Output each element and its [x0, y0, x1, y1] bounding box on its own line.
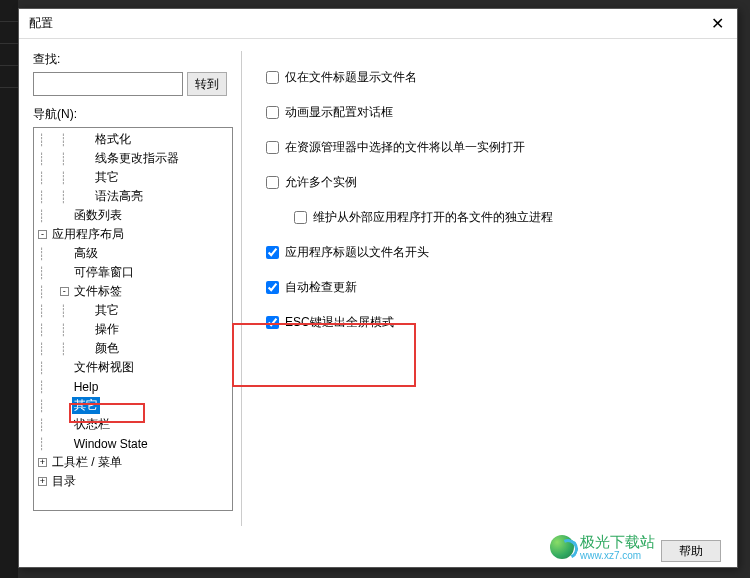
watermark: 极光下载站 www.xz7.com: [550, 533, 655, 561]
tree-item-label: 其它: [93, 302, 121, 319]
tree-item-label: 可停靠窗口: [72, 264, 136, 281]
watermark-url: www.xz7.com: [580, 550, 655, 561]
option-row: 在资源管理器中选择的文件将以单一实例打开: [266, 139, 717, 156]
expand-icon[interactable]: +: [38, 477, 47, 486]
tree-item[interactable]: +工具栏 / 菜单: [34, 453, 232, 472]
search-row: 转到: [33, 72, 233, 96]
tree-indent: ┊ ┊: [38, 342, 81, 356]
tree-item-label: 状态栏: [72, 416, 112, 433]
tree-indent: ┊ ┊: [38, 133, 81, 147]
option-row: ESC键退出全屏模式: [266, 314, 717, 331]
tree-item[interactable]: ┊ 高级: [34, 244, 232, 263]
help-button[interactable]: 帮助: [661, 540, 721, 562]
tree-item-label: 应用程序布局: [50, 226, 126, 243]
tree-indent: ┊: [38, 247, 60, 261]
tree-indent: ┊: [38, 209, 60, 223]
watermark-name: 极光下载站: [580, 533, 655, 550]
option-row: 维护从外部应用程序打开的各文件的独立进程: [294, 209, 717, 226]
tree-indent: ┊ ┊: [38, 304, 81, 318]
tree-item-label: 操作: [93, 321, 121, 338]
option-label: 维护从外部应用程序打开的各文件的独立进程: [313, 209, 553, 226]
option-checkbox[interactable]: [266, 106, 279, 119]
tree-item-label: 文件树视图: [72, 359, 136, 376]
tree-item[interactable]: ┊ Help: [34, 377, 232, 396]
tree-indent: ┊: [38, 380, 60, 394]
tree-indent: ┊ ┊: [38, 323, 81, 337]
tree-item[interactable]: ┊ Window State: [34, 434, 232, 453]
close-button[interactable]: ✕: [697, 10, 737, 38]
tree-indent: ┊ ┊: [38, 190, 81, 204]
tree-indent: ┊: [38, 399, 60, 413]
tree-item-label: 目录: [50, 473, 78, 490]
tree-item-label: 格式化: [93, 131, 133, 148]
tree-item[interactable]: ┊ ┊ 操作: [34, 320, 232, 339]
tree-item-label: 颜色: [93, 340, 121, 357]
tree-item[interactable]: ┊ ┊ 颜色: [34, 339, 232, 358]
left-panel: 查找: 转到 导航(N): ┊ ┊ 格式化┊ ┊ 线条更改指示器┊ ┊ 其它┊ …: [19, 39, 241, 534]
tree-item[interactable]: ┊ -文件标签: [34, 282, 232, 301]
tree-indent: ┊: [38, 418, 60, 432]
tree-indent: ┊ ┊: [38, 152, 81, 166]
option-checkbox[interactable]: [266, 141, 279, 154]
tree-item[interactable]: ┊ 函数列表: [34, 206, 232, 225]
tree-indent: ┊: [38, 437, 60, 451]
tree-item[interactable]: -应用程序布局: [34, 225, 232, 244]
nav-label: 导航(N):: [33, 106, 233, 123]
watermark-logo-icon: [550, 535, 574, 559]
option-label: ESC键退出全屏模式: [285, 314, 394, 331]
option-row: 应用程序标题以文件名开头: [266, 244, 717, 261]
option-label: 在资源管理器中选择的文件将以单一实例打开: [285, 139, 525, 156]
tree-item[interactable]: ┊ 其它: [34, 396, 232, 415]
option-checkbox[interactable]: [266, 246, 279, 259]
config-dialog: 配置 ✕ 查找: 转到 导航(N): ┊ ┊ 格式化┊ ┊ 线条更改指示器┊ ┊…: [18, 8, 738, 568]
dialog-title: 配置: [29, 15, 53, 32]
option-row: 允许多个实例: [266, 174, 717, 191]
search-input[interactable]: [33, 72, 183, 96]
close-icon: ✕: [711, 14, 724, 33]
tree-item[interactable]: ┊ ┊ 其它: [34, 168, 232, 187]
tree-item-label: Window State: [72, 437, 150, 451]
tree-indent: ┊: [38, 266, 60, 280]
tree-item[interactable]: ┊ ┊ 线条更改指示器: [34, 149, 232, 168]
option-checkbox[interactable]: [266, 281, 279, 294]
option-label: 允许多个实例: [285, 174, 357, 191]
tree-item-label: 语法高亮: [93, 188, 145, 205]
option-label: 自动检查更新: [285, 279, 357, 296]
option-checkbox[interactable]: [294, 211, 307, 224]
options-panel: 仅在文件标题显示文件名动画显示配置对话框在资源管理器中选择的文件将以单一实例打开…: [241, 51, 737, 526]
option-row: 仅在文件标题显示文件名: [266, 69, 717, 86]
tree-item-label: 其它: [72, 397, 100, 414]
tree-item[interactable]: ┊ ┊ 其它: [34, 301, 232, 320]
tree-item[interactable]: ┊ 状态栏: [34, 415, 232, 434]
search-label: 查找:: [33, 51, 233, 68]
tree-item-label: 高级: [72, 245, 100, 262]
collapse-icon[interactable]: -: [38, 230, 47, 239]
option-checkbox[interactable]: [266, 176, 279, 189]
expand-icon[interactable]: +: [38, 458, 47, 467]
tree-indent: ┊: [38, 285, 60, 299]
option-label: 动画显示配置对话框: [285, 104, 393, 121]
option-checkbox[interactable]: [266, 316, 279, 329]
tree-item[interactable]: ┊ ┊ 语法高亮: [34, 187, 232, 206]
tree-indent: ┊ ┊: [38, 171, 81, 185]
option-label: 仅在文件标题显示文件名: [285, 69, 417, 86]
tree-item-label: 线条更改指示器: [93, 150, 181, 167]
tree-item[interactable]: +目录: [34, 472, 232, 491]
app-background-strip: [0, 0, 18, 578]
goto-button[interactable]: 转到: [187, 72, 227, 96]
option-row: 动画显示配置对话框: [266, 104, 717, 121]
option-label: 应用程序标题以文件名开头: [285, 244, 429, 261]
dialog-body: 查找: 转到 导航(N): ┊ ┊ 格式化┊ ┊ 线条更改指示器┊ ┊ 其它┊ …: [19, 39, 737, 534]
tree-item-label: 工具栏 / 菜单: [50, 454, 124, 471]
tree-item[interactable]: ┊ ┊ 格式化: [34, 130, 232, 149]
tree-item[interactable]: ┊ 可停靠窗口: [34, 263, 232, 282]
tree-item-label: 其它: [93, 169, 121, 186]
collapse-icon[interactable]: -: [60, 287, 69, 296]
tree-item-label: 文件标签: [72, 283, 124, 300]
nav-tree[interactable]: ┊ ┊ 格式化┊ ┊ 线条更改指示器┊ ┊ 其它┊ ┊ 语法高亮┊ 函数列表-应…: [33, 127, 233, 511]
titlebar: 配置 ✕: [19, 9, 737, 39]
option-checkbox[interactable]: [266, 71, 279, 84]
tree-indent: ┊: [38, 361, 60, 375]
tree-item-label: 函数列表: [72, 207, 124, 224]
tree-item[interactable]: ┊ 文件树视图: [34, 358, 232, 377]
